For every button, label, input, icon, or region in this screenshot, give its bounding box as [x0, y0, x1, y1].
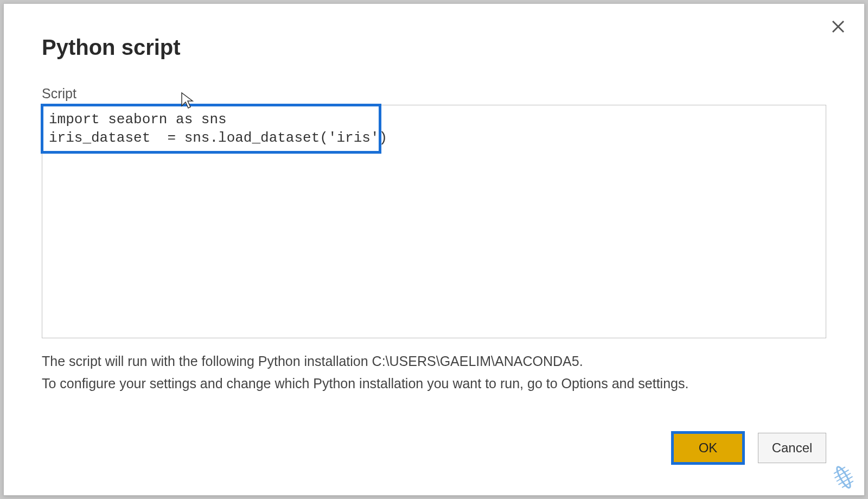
python-script-dialog: Python script Script The script will run… — [3, 3, 865, 496]
dialog-title: Python script — [42, 35, 826, 60]
script-input[interactable] — [42, 105, 826, 338]
close-icon — [830, 18, 846, 35]
watermark-icon — [827, 464, 860, 491]
info-text: The script will run with the following P… — [42, 350, 826, 395]
info-line-2: To configure your settings and change wh… — [42, 372, 826, 395]
dialog-content: Python script Script The script will run… — [4, 4, 864, 412]
script-input-wrapper — [42, 105, 826, 338]
script-label: Script — [42, 86, 826, 102]
cancel-button[interactable]: Cancel — [758, 433, 826, 463]
close-button[interactable] — [828, 17, 848, 36]
dialog-button-row: OK Cancel — [671, 431, 826, 465]
annotation-highlight-ok: OK — [671, 431, 745, 465]
info-line-1: The script will run with the following P… — [42, 350, 826, 372]
ok-button[interactable]: OK — [674, 434, 742, 462]
